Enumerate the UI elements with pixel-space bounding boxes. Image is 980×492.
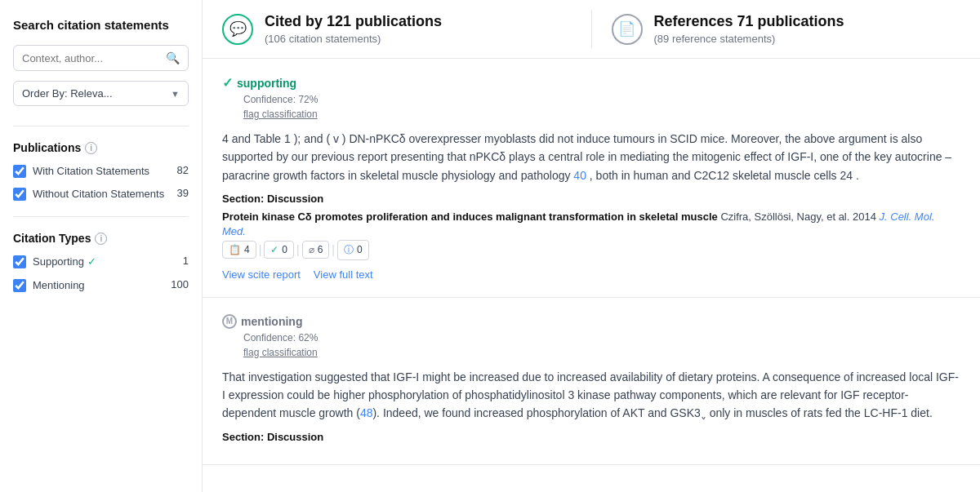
- mentioning-badge-icon: M: [222, 314, 237, 329]
- cited-icon: 💬: [222, 14, 253, 45]
- citation-types-info-icon[interactable]: i: [95, 233, 107, 245]
- card-1-section: Section: Discussion: [222, 193, 960, 205]
- card-2-flag[interactable]: flag classification: [243, 347, 960, 358]
- stat-total-val: 4: [244, 244, 250, 255]
- supporting-badge: ✓ supporting: [222, 75, 296, 91]
- without-citation-label: Without Citation Statements: [33, 187, 171, 202]
- stat-doc-icon: 📋: [229, 244, 241, 255]
- mentioning-badge-label: mentioning: [241, 315, 302, 328]
- cited-title: Cited by 121 publications: [265, 13, 442, 31]
- stat-check-icon: ✓: [270, 244, 278, 255]
- supporting-checkbox[interactable]: [13, 255, 26, 268]
- search-box[interactable]: 🔍: [13, 45, 189, 71]
- with-citation-checkbox[interactable]: [13, 165, 26, 178]
- stat-slash-icon: ⌀: [309, 244, 314, 255]
- divider-2: [13, 216, 189, 217]
- card-1-paper-title: Protein kinase Cδ promotes proliferation…: [222, 210, 960, 239]
- cited-text: Cited by 121 publications (106 citation …: [265, 13, 442, 45]
- citation-types-title: Citation Types i: [13, 232, 189, 245]
- search-icon: 🔍: [166, 51, 180, 64]
- order-select[interactable]: Order By: Releva... ▼: [13, 81, 189, 106]
- mentioning-checkbox[interactable]: [13, 279, 26, 292]
- supporting-badge-label: supporting: [237, 77, 296, 90]
- main-content: 💬 Cited by 121 publications (106 citatio…: [203, 0, 980, 492]
- card-1-stats: 📋 4 | ✓ 0 | ⌀ 6 | ⓘ 0: [222, 240, 960, 260]
- search-input[interactable]: [22, 52, 166, 64]
- divider: [13, 126, 189, 126]
- stat-info-icon: ⓘ: [344, 243, 354, 257]
- with-citation-label: With Citation Statements: [33, 164, 171, 179]
- cards-area: ✓ supporting Confidence: 72% flag classi…: [203, 59, 980, 465]
- refs-icon: 📄: [612, 14, 643, 45]
- stat-total: 📋 4: [222, 241, 256, 259]
- ref-link-40[interactable]: 40: [573, 169, 586, 182]
- mentioning-row: Mentioning 100: [13, 278, 189, 293]
- citation-card-1: ✓ supporting Confidence: 72% flag classi…: [203, 59, 980, 298]
- ref-link-48[interactable]: 48: [360, 406, 373, 419]
- publications-info-icon[interactable]: i: [85, 142, 97, 154]
- card-1-flag[interactable]: flag classification: [243, 109, 960, 120]
- stat-mentioning-val: 0: [357, 244, 363, 255]
- supporting-label: Supporting ✓: [33, 255, 176, 269]
- with-citation-count: 82: [177, 164, 189, 176]
- publications-section-title: Publications i: [13, 141, 189, 154]
- without-citation-row: Without Citation Statements 39: [13, 187, 189, 202]
- citation-card-2: M mentioning Confidence: 62% flag classi…: [203, 298, 980, 465]
- card-2-text: That investigation suggested that IGF-I …: [222, 368, 960, 423]
- cited-section: 💬 Cited by 121 publications (106 citatio…: [203, 0, 591, 58]
- stat-contradicting-val: 6: [318, 244, 323, 255]
- without-citation-checkbox[interactable]: [13, 188, 26, 201]
- cited-sub: (106 citation statements): [265, 33, 442, 45]
- sidebar-title: Search citation statements: [13, 16, 189, 33]
- mentioning-badge: M mentioning: [222, 314, 302, 329]
- chevron-down-icon: ▼: [171, 89, 180, 99]
- sidebar: Search citation statements 🔍 Order By: R…: [0, 0, 203, 492]
- mentioning-count: 100: [171, 278, 189, 290]
- refs-sub: (89 reference statements): [654, 33, 844, 45]
- top-bar: 💬 Cited by 121 publications (106 citatio…: [203, 0, 980, 59]
- stat-supporting-val: 0: [282, 244, 287, 255]
- without-citation-count: 39: [177, 187, 189, 199]
- supporting-check-icon: ✓: [87, 255, 96, 268]
- refs-section: 📄 References 71 publications (89 referen…: [592, 0, 981, 58]
- card-1-text: 4 and Table 1 ); and ( v ) DN-nPKCδ over…: [222, 130, 960, 184]
- stat-contradicting: ⌀ 6: [302, 241, 330, 259]
- order-label: Order By: Releva...: [22, 87, 113, 100]
- supporting-row: Supporting ✓ 1: [13, 255, 189, 269]
- supporting-badge-icon: ✓: [222, 75, 233, 91]
- card-1-links: View scite report View full text: [222, 268, 960, 281]
- refs-title: References 71 publications: [654, 13, 844, 31]
- stat-supporting: ✓ 0: [264, 241, 294, 259]
- card-2-section: Section: Discussion: [222, 431, 960, 443]
- stat-mentioning: ⓘ 0: [337, 240, 369, 260]
- card-1-confidence: Confidence: 72%: [243, 94, 960, 105]
- card-1-header: ✓ supporting: [222, 75, 960, 91]
- mentioning-label: Mentioning: [33, 278, 164, 293]
- card-2-confidence: Confidence: 62%: [243, 332, 960, 344]
- view-full-link[interactable]: View full text: [314, 268, 373, 281]
- card-2-header: M mentioning: [222, 314, 960, 329]
- view-scite-link[interactable]: View scite report: [222, 268, 301, 281]
- supporting-count: 1: [183, 255, 189, 267]
- refs-text: References 71 publications (89 reference…: [654, 13, 844, 45]
- with-citation-row: With Citation Statements 82: [13, 164, 189, 179]
